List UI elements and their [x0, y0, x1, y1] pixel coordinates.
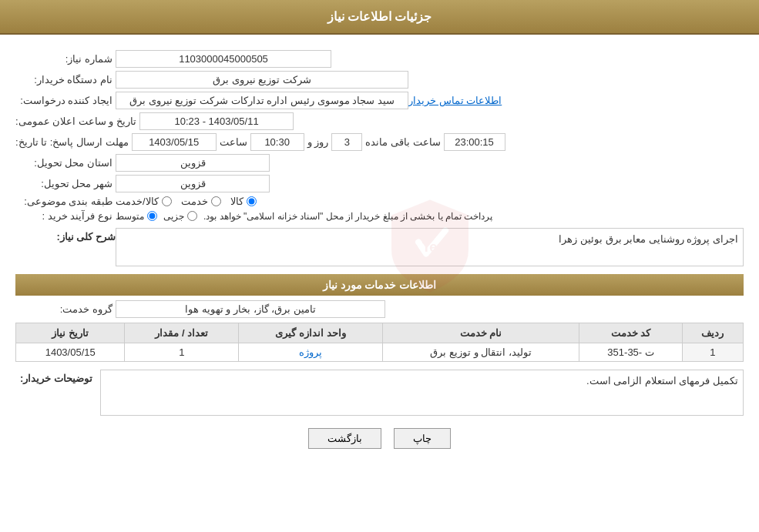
process-type-group: متوسط جزیی پرداخت تمام یا بخشی از مبلغ خ… — [116, 211, 505, 222]
response-remaining-label: ساعت باقی مانده — [365, 136, 440, 148]
category-option-service-goods-label: کالا/خدمت — [116, 196, 159, 207]
buyer-notes-value: تکمیل فرمهای استعلام الزامی است. — [100, 370, 744, 416]
general-desc-value: اجرای پروژه روشنایی معابر برق بوئین زهرا — [116, 228, 744, 266]
cell-code: ت -35-351 — [579, 343, 682, 362]
category-radio-goods[interactable] — [247, 196, 257, 206]
announce-date-label: تاریخ و ساعت اعلان عمومی: — [15, 115, 139, 127]
process-option-medium[interactable]: متوسط — [116, 211, 157, 222]
general-desc-container: Ana Tender اجرای پروژه روشنایی معابر برق… — [116, 228, 744, 266]
province-label: استان محل تحویل: — [15, 157, 116, 169]
services-section-title: اطلاعات خدمات مورد نیاز — [323, 279, 437, 291]
col-header-row-num: ردیف — [682, 323, 743, 343]
org-name-value: شرکت توزیع نیروی برق — [116, 71, 408, 89]
province-value: قزوین — [116, 154, 270, 172]
creator-label: ایجاد کننده درخواست: — [15, 95, 116, 106]
col-header-name: نام خدمت — [382, 323, 579, 343]
general-desc-label: شرح کلی نیاز: — [15, 228, 116, 243]
page-header: جزئیات اطلاعات نیاز — [0, 0, 759, 35]
process-note: پرداخت تمام یا بخشی از مبلغ خریدار از مح… — [203, 211, 492, 222]
cell-row-num: 1 — [682, 343, 743, 362]
announce-date-value: 1403/05/11 - 10:23 — [139, 112, 294, 130]
category-option-service[interactable]: خدمت — [181, 196, 221, 207]
process-radio-partial[interactable] — [187, 211, 197, 221]
category-label: طبقه بندی موضوعی: — [15, 196, 116, 207]
creator-row: ایجاد کننده درخواست: سید سجاد موسوی رئیس… — [15, 92, 744, 109]
city-value: قزوین — [116, 175, 270, 192]
back-button[interactable]: بازگشت — [308, 428, 381, 449]
main-content: شماره نیاز: 1103000045000505 نام دستگاه … — [0, 35, 759, 457]
response-remaining: 23:00:15 — [444, 133, 505, 151]
services-table: ردیف کد خدمت نام خدمت واحد اندازه گیری ت… — [15, 323, 744, 362]
announce-date-row: تاریخ و ساعت اعلان عمومی: 1403/05/11 - 1… — [15, 112, 744, 130]
city-row: شهر محل تحویل: قزوین — [15, 175, 744, 192]
page-container: جزئیات اطلاعات نیاز شماره نیاز: 11030000… — [0, 0, 759, 532]
category-row: طبقه بندی موضوعی: کالا/خدمت خدمت کالا — [15, 196, 744, 207]
response-days: 3 — [331, 133, 362, 151]
response-date: 1403/05/15 — [132, 133, 217, 151]
category-option-goods[interactable]: کالا — [230, 196, 257, 207]
process-radio-medium[interactable] — [147, 211, 157, 221]
province-row: استان محل تحویل: قزوین — [15, 154, 744, 172]
category-radio-service[interactable] — [211, 196, 221, 206]
category-option-service-goods[interactable]: کالا/خدمت — [116, 196, 172, 207]
col-header-code: کد خدمت — [579, 323, 682, 343]
response-time: 10:30 — [250, 133, 304, 151]
print-button[interactable]: چاپ — [394, 428, 451, 449]
process-option-medium-label: متوسط — [116, 211, 144, 222]
response-time-label: ساعت — [220, 136, 247, 148]
buyer-notes-text: تکمیل فرمهای استعلام الزامی است. — [586, 375, 738, 386]
response-days-label: روز و — [307, 136, 329, 148]
response-deadline-label: مهلت ارسال پاسخ: تا تاریخ: — [15, 136, 132, 148]
service-group-row: گروه خدمت: تامین برق، گاز، بخار و تهویه … — [15, 300, 744, 318]
city-label: شهر محل تحویل: — [15, 178, 116, 189]
general-desc-text: اجرای پروژه روشنایی معابر برق بوئین زهرا — [559, 233, 738, 245]
service-group-label: گروه خدمت: — [15, 303, 116, 315]
creator-value: سید سجاد موسوی رئیس اداره تدارکات شرکت ت… — [116, 92, 408, 109]
cell-date: 1403/05/15 — [16, 343, 125, 362]
buyer-notes-section: توضیحات خریدار: تکمیل فرمهای استعلام الز… — [15, 370, 744, 416]
services-section-header: اطلاعات خدمات مورد نیاز — [15, 274, 744, 296]
cell-quantity: 1 — [125, 343, 239, 362]
category-option-service-label: خدمت — [181, 196, 208, 207]
org-name-label: نام دستگاه خریدار: — [15, 74, 116, 85]
button-row: چاپ بازگشت — [15, 428, 744, 449]
col-header-quantity: تعداد / مقدار — [125, 323, 239, 343]
response-deadline-row: مهلت ارسال پاسخ: تا تاریخ: 1403/05/15 سا… — [15, 133, 744, 151]
cell-unit: پروژه — [239, 343, 382, 362]
service-group-value: تامین برق، گاز، بخار و تهویه هوا — [116, 300, 385, 318]
creator-link[interactable]: اطلاعات تماس خریدار — [408, 95, 502, 106]
general-desc-area: شرح کلی نیاز: Ana Tender اجرای پروژه روش… — [15, 228, 744, 266]
col-header-date: تاریخ نیاز — [16, 323, 125, 343]
category-option-goods-label: کالا — [230, 196, 243, 207]
services-table-header-row: ردیف کد خدمت نام خدمت واحد اندازه گیری ت… — [16, 323, 744, 343]
process-type-label: نوع فرآیند خرید : — [15, 210, 116, 222]
col-header-unit: واحد اندازه گیری — [239, 323, 382, 343]
table-row: 1 ت -35-351 تولید، انتقال و توزیع برق پر… — [16, 343, 744, 362]
process-option-partial[interactable]: جزیی — [163, 211, 197, 222]
page-title: جزئیات اطلاعات نیاز — [327, 10, 432, 23]
need-number-value: 1103000045000505 — [116, 50, 331, 68]
org-name-row: نام دستگاه خریدار: شرکت توزیع نیروی برق — [15, 71, 744, 89]
category-radio-group: کالا/خدمت خدمت کالا — [116, 196, 257, 207]
cell-name: تولید، انتقال و توزیع برق — [382, 343, 579, 362]
buyer-notes-label: توضیحات خریدار: — [15, 370, 92, 384]
need-number-row: شماره نیاز: 1103000045000505 — [15, 50, 744, 68]
process-type-row: نوع فرآیند خرید : متوسط جزیی پرداخت تمام… — [15, 210, 744, 222]
category-radio-service-goods[interactable] — [162, 196, 172, 206]
need-number-label: شماره نیاز: — [15, 53, 116, 65]
process-option-partial-label: جزیی — [163, 211, 184, 222]
